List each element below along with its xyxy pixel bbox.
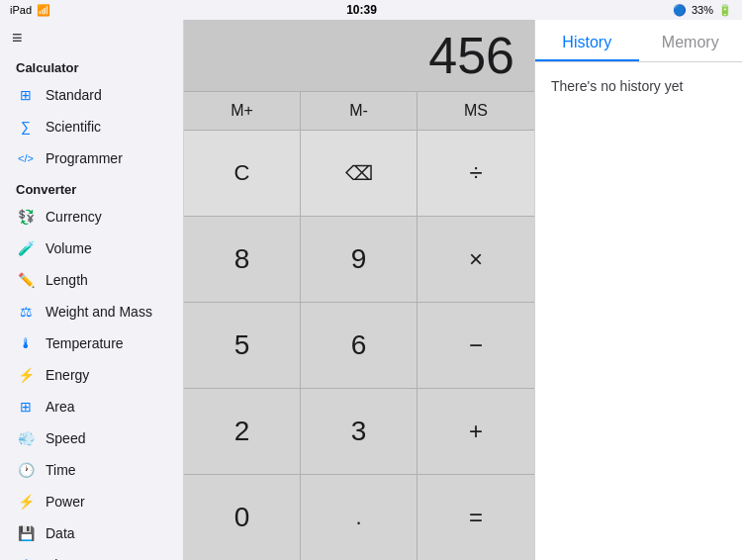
equals-button[interactable]: = [417, 475, 534, 560]
key-9[interactable]: 9 [301, 217, 417, 302]
speed-icon: 💨 [16, 430, 36, 446]
main-area: 456 M+ M- MS C ⌫ ÷ 8 9 × 5 6 − [184, 20, 534, 560]
temperature-label: Temperature [46, 335, 124, 351]
divide-button[interactable]: ÷ [417, 131, 534, 216]
sidebar-item-area[interactable]: ⊞ Area [0, 391, 183, 422]
length-icon: ✏️ [16, 272, 36, 288]
sidebar-item-currency[interactable]: 💱 Currency [0, 201, 183, 233]
decimal-button[interactable]: . [301, 475, 417, 560]
time-label: Time [46, 462, 76, 478]
programmer-label: Programmer [46, 150, 123, 166]
memory-minus-button[interactable]: M- [301, 92, 417, 130]
sidebar-item-programmer[interactable]: </> Programmer [0, 142, 183, 174]
scientific-icon: ∑ [16, 119, 36, 135]
scientific-label: Scientific [46, 119, 101, 135]
programmer-icon: </> [16, 152, 36, 164]
sidebar-item-temperature[interactable]: 🌡 Temperature [0, 327, 183, 359]
length-label: Length [46, 272, 88, 288]
display-value: 456 [428, 30, 514, 81]
add-button[interactable]: + [417, 389, 534, 474]
standard-icon: ⊞ [16, 87, 36, 103]
volume-icon: 🧪 [16, 240, 36, 256]
sidebar-item-weight[interactable]: ⚖ Weight and Mass [0, 296, 183, 327]
temperature-icon: 🌡 [16, 335, 36, 351]
energy-icon: ⚡ [16, 367, 36, 383]
wifi-icon: 📶 [37, 4, 50, 17]
area-icon: ⊞ [16, 399, 36, 415]
subtract-button[interactable]: − [417, 303, 534, 388]
key-row-4: 2 3 + [184, 388, 534, 474]
weight-label: Weight and Mass [46, 304, 152, 320]
converter-section-title: Converter [0, 174, 183, 201]
backspace-button[interactable]: ⌫ [301, 131, 417, 216]
sidebar-item-data[interactable]: 💾 Data [0, 517, 183, 549]
sidebar-item-energy[interactable]: ⚡ Energy [0, 359, 183, 391]
sidebar-item-length[interactable]: ✏️ Length [0, 264, 183, 296]
sidebar-item-standard[interactable]: ⊞ Standard [0, 79, 183, 111]
sidebar-item-about[interactable]: ℹ About [0, 549, 183, 560]
hamburger-icon[interactable]: ≡ [12, 28, 23, 48]
sidebar-item-volume[interactable]: 🧪 Volume [0, 233, 183, 264]
time-icon: 🕐 [16, 462, 36, 478]
clear-button[interactable]: C [184, 131, 301, 216]
currency-label: Currency [46, 209, 102, 225]
key-0[interactable]: 0 [184, 475, 301, 560]
standard-label: Standard [46, 87, 102, 103]
memory-store-button[interactable]: MS [417, 92, 534, 130]
tab-history[interactable]: History [535, 26, 639, 61]
sidebar-header: ≡ [0, 20, 183, 52]
memory-row: M+ M- MS [184, 91, 534, 130]
area-label: Area [46, 399, 75, 415]
data-icon: 💾 [16, 525, 36, 541]
key-5[interactable]: 5 [184, 303, 301, 388]
status-left: iPad 📶 [10, 4, 50, 17]
sidebar-item-power[interactable]: ⚡ Power [0, 486, 183, 517]
key-row-2: 8 9 × [184, 216, 534, 302]
tab-memory[interactable]: Memory [639, 26, 743, 61]
data-label: Data [46, 525, 75, 541]
history-tabs: History Memory [535, 20, 742, 62]
key-row-1: C ⌫ ÷ [184, 130, 534, 216]
power-label: Power [46, 494, 85, 510]
key-8[interactable]: 8 [184, 217, 301, 302]
speed-label: Speed [46, 430, 85, 446]
sidebar-item-scientific[interactable]: ∑ Scientific [0, 111, 183, 142]
status-time: 10:39 [346, 3, 377, 17]
key-6[interactable]: 6 [301, 303, 417, 388]
sidebar-item-time[interactable]: 🕐 Time [0, 454, 183, 486]
multiply-button[interactable]: × [417, 217, 534, 302]
display-row: 456 [184, 20, 534, 91]
currency-icon: 💱 [16, 209, 36, 225]
key-2[interactable]: 2 [184, 389, 301, 474]
history-empty-message: There's no history yet [535, 62, 742, 560]
weight-icon: ⚖ [16, 304, 36, 320]
energy-label: Energy [46, 367, 89, 383]
sidebar: ≡ Calculator ⊞ Standard ∑ Scientific </>… [0, 20, 184, 560]
device-label: iPad [10, 4, 32, 16]
key-row-3: 5 6 − [184, 302, 534, 388]
status-bar: iPad 📶 10:39 🔵 33% 🔋 [0, 0, 742, 20]
app-container: ≡ Calculator ⊞ Standard ∑ Scientific </>… [0, 20, 742, 560]
key-3[interactable]: 3 [301, 389, 417, 474]
status-right: 🔵 33% 🔋 [673, 4, 732, 17]
battery-label: 33% [692, 4, 713, 16]
calculator-section-title: Calculator [0, 52, 183, 79]
volume-label: Volume [46, 240, 92, 256]
key-row-5: 0 . = [184, 474, 534, 560]
power-icon: ⚡ [16, 494, 36, 510]
bluetooth-icon: 🔵 [673, 4, 687, 17]
history-panel: History Memory There's no history yet [534, 20, 742, 560]
keypad: C ⌫ ÷ 8 9 × 5 6 − 2 3 + 0 . = [184, 130, 534, 560]
sidebar-item-speed[interactable]: 💨 Speed [0, 422, 183, 454]
battery-icon: 🔋 [718, 4, 732, 17]
memory-plus-button[interactable]: M+ [184, 92, 301, 130]
